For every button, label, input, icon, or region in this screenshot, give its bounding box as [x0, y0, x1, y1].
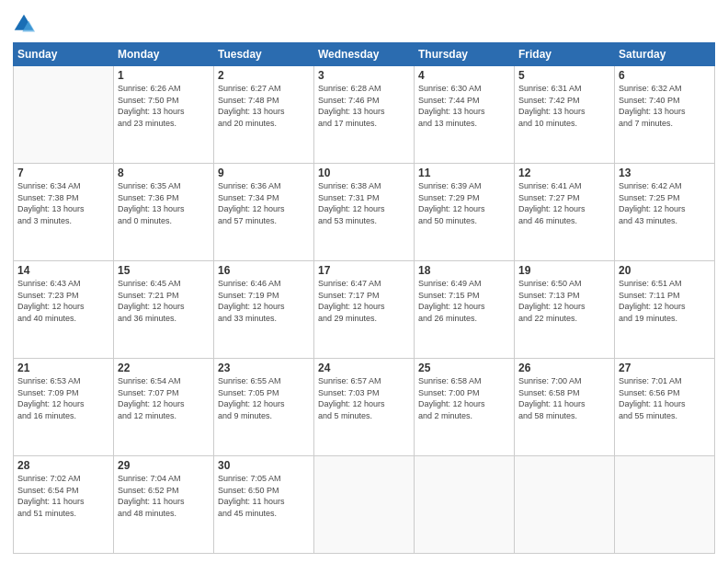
calendar-cell — [515, 456, 615, 554]
day-info: Sunrise: 6:51 AM Sunset: 7:11 PM Dayligh… — [619, 278, 711, 324]
day-info: Sunrise: 7:04 AM Sunset: 6:52 PM Dayligh… — [118, 473, 210, 519]
calendar-cell: 8Sunrise: 6:35 AM Sunset: 7:36 PM Daylig… — [114, 164, 214, 261]
day-number: 3 — [318, 69, 410, 82]
day-number: 22 — [118, 362, 210, 374]
day-number: 23 — [218, 362, 310, 374]
day-info: Sunrise: 6:28 AM Sunset: 7:46 PM Dayligh… — [318, 83, 410, 129]
day-number: 13 — [619, 167, 711, 179]
calendar-cell: 9Sunrise: 6:36 AM Sunset: 7:34 PM Daylig… — [214, 164, 314, 261]
calendar-cell — [14, 66, 114, 164]
day-info: Sunrise: 6:39 AM Sunset: 7:29 PM Dayligh… — [418, 180, 510, 226]
logo — [13, 13, 39, 35]
day-info: Sunrise: 6:45 AM Sunset: 7:21 PM Dayligh… — [118, 278, 210, 324]
weekday-header-row: SundayMondayTuesdayWednesdayThursdayFrid… — [14, 43, 715, 66]
day-number: 9 — [218, 167, 310, 179]
day-number: 4 — [418, 69, 510, 82]
weekday-header-monday: Monday — [114, 43, 214, 66]
day-info: Sunrise: 6:41 AM Sunset: 7:27 PM Dayligh… — [518, 180, 610, 226]
weekday-header-friday: Friday — [515, 43, 615, 66]
day-number: 11 — [418, 167, 510, 179]
day-info: Sunrise: 7:00 AM Sunset: 6:58 PM Dayligh… — [518, 375, 610, 421]
calendar-cell: 3Sunrise: 6:28 AM Sunset: 7:46 PM Daylig… — [314, 66, 415, 164]
day-number: 14 — [17, 264, 109, 277]
day-number: 2 — [218, 69, 310, 82]
day-info: Sunrise: 6:34 AM Sunset: 7:38 PM Dayligh… — [17, 180, 109, 226]
calendar-week-3: 14Sunrise: 6:43 AM Sunset: 7:23 PM Dayli… — [14, 261, 715, 359]
calendar-cell: 15Sunrise: 6:45 AM Sunset: 7:21 PM Dayli… — [114, 261, 214, 359]
day-number: 24 — [318, 362, 410, 374]
calendar-cell: 5Sunrise: 6:31 AM Sunset: 7:42 PM Daylig… — [515, 66, 615, 164]
calendar-cell: 20Sunrise: 6:51 AM Sunset: 7:11 PM Dayli… — [615, 261, 715, 359]
calendar-cell: 21Sunrise: 6:53 AM Sunset: 7:09 PM Dayli… — [14, 359, 114, 456]
calendar-cell: 22Sunrise: 6:54 AM Sunset: 7:07 PM Dayli… — [114, 359, 214, 456]
day-number: 1 — [118, 69, 210, 82]
day-info: Sunrise: 6:43 AM Sunset: 7:23 PM Dayligh… — [17, 278, 109, 324]
calendar-cell: 4Sunrise: 6:30 AM Sunset: 7:44 PM Daylig… — [415, 66, 515, 164]
day-number: 12 — [518, 167, 610, 179]
calendar-cell: 24Sunrise: 6:57 AM Sunset: 7:03 PM Dayli… — [314, 359, 415, 456]
calendar-cell: 1Sunrise: 6:26 AM Sunset: 7:50 PM Daylig… — [114, 66, 214, 164]
calendar-cell: 6Sunrise: 6:32 AM Sunset: 7:40 PM Daylig… — [615, 66, 715, 164]
day-info: Sunrise: 6:53 AM Sunset: 7:09 PM Dayligh… — [17, 375, 109, 421]
day-info: Sunrise: 6:57 AM Sunset: 7:03 PM Dayligh… — [318, 375, 410, 421]
calendar-cell: 17Sunrise: 6:47 AM Sunset: 7:17 PM Dayli… — [314, 261, 415, 359]
calendar-cell: 28Sunrise: 7:02 AM Sunset: 6:54 PM Dayli… — [14, 456, 114, 554]
day-number: 18 — [418, 264, 510, 277]
day-info: Sunrise: 6:32 AM Sunset: 7:40 PM Dayligh… — [619, 83, 711, 129]
calendar-cell: 18Sunrise: 6:49 AM Sunset: 7:15 PM Dayli… — [415, 261, 515, 359]
day-info: Sunrise: 7:05 AM Sunset: 6:50 PM Dayligh… — [218, 473, 310, 519]
day-number: 30 — [218, 459, 310, 472]
day-info: Sunrise: 6:46 AM Sunset: 7:19 PM Dayligh… — [218, 278, 310, 324]
calendar-cell: 23Sunrise: 6:55 AM Sunset: 7:05 PM Dayli… — [214, 359, 314, 456]
calendar-cell: 19Sunrise: 6:50 AM Sunset: 7:13 PM Dayli… — [515, 261, 615, 359]
day-number: 20 — [619, 264, 711, 277]
day-number: 7 — [17, 167, 109, 179]
day-info: Sunrise: 6:54 AM Sunset: 7:07 PM Dayligh… — [118, 375, 210, 421]
calendar-week-5: 28Sunrise: 7:02 AM Sunset: 6:54 PM Dayli… — [14, 456, 715, 554]
logo-icon — [13, 13, 35, 35]
calendar-cell: 30Sunrise: 7:05 AM Sunset: 6:50 PM Dayli… — [214, 456, 314, 554]
calendar-week-2: 7Sunrise: 6:34 AM Sunset: 7:38 PM Daylig… — [14, 164, 715, 261]
calendar-cell: 27Sunrise: 7:01 AM Sunset: 6:56 PM Dayli… — [615, 359, 715, 456]
day-info: Sunrise: 6:38 AM Sunset: 7:31 PM Dayligh… — [318, 180, 410, 226]
day-number: 17 — [318, 264, 410, 277]
day-info: Sunrise: 6:30 AM Sunset: 7:44 PM Dayligh… — [418, 83, 510, 129]
calendar-cell: 16Sunrise: 6:46 AM Sunset: 7:19 PM Dayli… — [214, 261, 314, 359]
day-number: 29 — [118, 459, 210, 472]
weekday-header-wednesday: Wednesday — [314, 43, 415, 66]
weekday-header-saturday: Saturday — [615, 43, 715, 66]
calendar-cell — [615, 456, 715, 554]
calendar-week-1: 1Sunrise: 6:26 AM Sunset: 7:50 PM Daylig… — [14, 66, 715, 164]
calendar-cell: 2Sunrise: 6:27 AM Sunset: 7:48 PM Daylig… — [214, 66, 314, 164]
day-info: Sunrise: 6:50 AM Sunset: 7:13 PM Dayligh… — [518, 278, 610, 324]
calendar-cell: 29Sunrise: 7:04 AM Sunset: 6:52 PM Dayli… — [114, 456, 214, 554]
calendar-cell: 11Sunrise: 6:39 AM Sunset: 7:29 PM Dayli… — [415, 164, 515, 261]
day-number: 5 — [518, 69, 610, 82]
calendar-cell: 13Sunrise: 6:42 AM Sunset: 7:25 PM Dayli… — [615, 164, 715, 261]
day-info: Sunrise: 7:01 AM Sunset: 6:56 PM Dayligh… — [619, 375, 711, 421]
day-info: Sunrise: 6:47 AM Sunset: 7:17 PM Dayligh… — [318, 278, 410, 324]
day-number: 21 — [17, 362, 109, 374]
calendar-cell: 7Sunrise: 6:34 AM Sunset: 7:38 PM Daylig… — [14, 164, 114, 261]
day-info: Sunrise: 6:31 AM Sunset: 7:42 PM Dayligh… — [518, 83, 610, 129]
calendar-cell: 25Sunrise: 6:58 AM Sunset: 7:00 PM Dayli… — [415, 359, 515, 456]
day-number: 28 — [17, 459, 109, 472]
calendar-cell: 26Sunrise: 7:00 AM Sunset: 6:58 PM Dayli… — [515, 359, 615, 456]
day-info: Sunrise: 6:36 AM Sunset: 7:34 PM Dayligh… — [218, 180, 310, 226]
day-number: 16 — [218, 264, 310, 277]
calendar-cell: 14Sunrise: 6:43 AM Sunset: 7:23 PM Dayli… — [14, 261, 114, 359]
day-number: 8 — [118, 167, 210, 179]
day-info: Sunrise: 7:02 AM Sunset: 6:54 PM Dayligh… — [17, 473, 109, 519]
main-container: SundayMondayTuesdayWednesdayThursdayFrid… — [0, 0, 728, 563]
calendar-week-4: 21Sunrise: 6:53 AM Sunset: 7:09 PM Dayli… — [14, 359, 715, 456]
calendar-table: SundayMondayTuesdayWednesdayThursdayFrid… — [13, 42, 715, 554]
calendar-cell — [314, 456, 415, 554]
day-number: 15 — [118, 264, 210, 277]
day-info: Sunrise: 6:42 AM Sunset: 7:25 PM Dayligh… — [619, 180, 711, 226]
day-info: Sunrise: 6:27 AM Sunset: 7:48 PM Dayligh… — [218, 83, 310, 129]
day-info: Sunrise: 6:55 AM Sunset: 7:05 PM Dayligh… — [218, 375, 310, 421]
calendar-cell — [415, 456, 515, 554]
day-info: Sunrise: 6:35 AM Sunset: 7:36 PM Dayligh… — [118, 180, 210, 226]
day-info: Sunrise: 6:49 AM Sunset: 7:15 PM Dayligh… — [418, 278, 510, 324]
weekday-header-sunday: Sunday — [14, 43, 114, 66]
